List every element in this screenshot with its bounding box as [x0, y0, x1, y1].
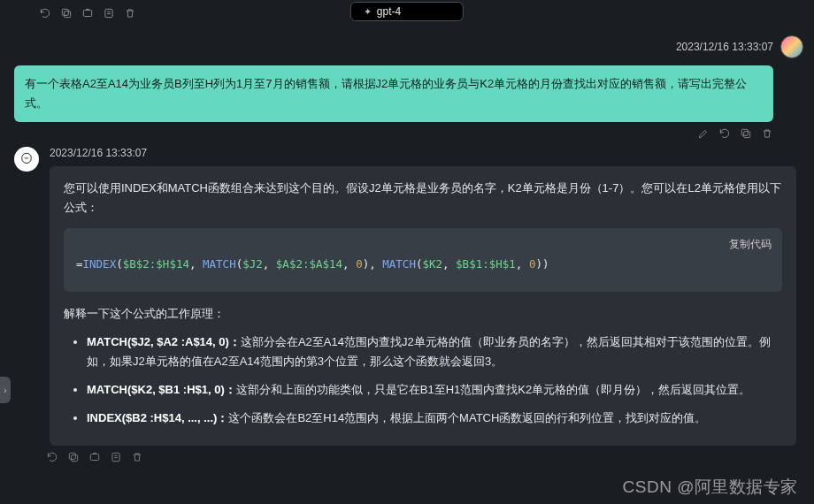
refresh-icon[interactable] [46, 451, 58, 463]
svg-rect-2 [83, 11, 91, 17]
ai-message-actions [0, 446, 814, 463]
list-item: MATCH($K2, $B1 :H$1, 0)：这部分和上面的功能类似，只是它在… [87, 380, 782, 400]
svg-rect-1 [62, 9, 68, 15]
code-block: 复制代码 =INDEX($B$2:$H$14, MATCH($J2, $A$2:… [64, 228, 782, 291]
ai-avatar [14, 147, 39, 172]
refresh-icon[interactable] [39, 7, 51, 19]
screenshot-icon[interactable] [81, 7, 94, 19]
user-timestamp: 2023/12/16 13:33:07 [676, 41, 773, 53]
copy-code-button[interactable]: 复制代码 [729, 235, 772, 253]
ai-intro: 您可以使用INDEX和MATCH函数组合来达到这个目的。假设J2单元格是业务员的… [64, 179, 782, 218]
svg-rect-5 [741, 130, 748, 136]
ai-timestamp: 2023/12/16 13:33:07 [50, 147, 796, 159]
svg-rect-6 [72, 455, 78, 462]
screenshot-icon[interactable] [88, 451, 101, 463]
user-message-header: 2023/12/16 13:33:07 [0, 27, 814, 62]
user-message-actions [0, 122, 814, 141]
model-name: gpt-4 [377, 5, 401, 18]
svg-rect-3 [105, 9, 112, 17]
delete-icon[interactable] [761, 127, 773, 140]
explanation-list: MATCH($J2, $A2 :A$14, 0)：这部分会在A2至A14范围内查… [64, 332, 782, 428]
watermark: CSDN @阿里数据专家 [623, 476, 798, 499]
user-message-text: 有一个表格A2至A14为业务员B列至H列为1月至7月的销售额，请根据J2单元格的… [25, 77, 747, 110]
edit-icon[interactable] [697, 127, 710, 140]
svg-rect-0 [65, 11, 71, 18]
export-icon[interactable] [103, 7, 115, 19]
ai-message-row: 2023/12/16 13:33:07 您可以使用INDEX和MATCH函数组合… [0, 141, 814, 446]
copy-icon[interactable] [67, 451, 80, 463]
svg-rect-7 [69, 453, 75, 459]
svg-rect-4 [744, 132, 750, 138]
side-drawer-toggle[interactable]: › [0, 377, 11, 403]
export-icon[interactable] [110, 451, 122, 463]
toolbar-icons [39, 7, 136, 19]
user-message-bubble: 有一个表格A2至A14为业务员B列至H列为1月至7月的销售额，请根据J2单元格的… [14, 65, 773, 122]
copy-icon[interactable] [740, 127, 752, 140]
svg-rect-9 [112, 453, 119, 461]
formula-code: =INDEX($B$2:$H$14, MATCH($J2, $A$2:$A$14… [64, 228, 782, 291]
refresh-icon[interactable] [718, 127, 731, 140]
sparkle-icon: ✦ [364, 6, 372, 18]
ai-content: 2023/12/16 13:33:07 您可以使用INDEX和MATCH函数组合… [50, 147, 805, 446]
list-item: INDEX($B2 :H$14, ..., ...)：这个函数会在B2至H14范… [87, 409, 782, 428]
model-selector[interactable]: ✦ gpt-4 [350, 2, 464, 21]
list-item: MATCH($J2, $A2 :A$14, 0)：这部分会在A2至A14范围内查… [87, 332, 782, 371]
delete-icon[interactable] [131, 451, 143, 463]
ai-message-body: 您可以使用INDEX和MATCH函数组合来达到这个目的。假设J2单元格是业务员的… [50, 166, 796, 446]
user-avatar [780, 35, 803, 58]
svg-rect-8 [90, 454, 98, 461]
copy-icon[interactable] [60, 7, 73, 19]
top-toolbar: ✦ gpt-4 [0, 0, 814, 27]
explain-heading: 解释一下这个公式的工作原理： [64, 304, 782, 324]
delete-icon[interactable] [124, 7, 136, 19]
